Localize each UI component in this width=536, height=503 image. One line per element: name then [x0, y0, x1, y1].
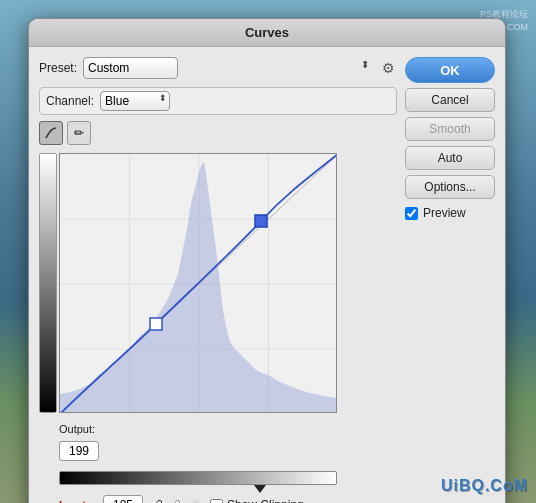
svg-rect-7: [150, 318, 162, 330]
curves-dialog: Curves Preset: Custom Default Strong Con…: [28, 18, 506, 503]
svg-rect-8: [255, 215, 267, 227]
output-label: Output:: [59, 423, 95, 435]
preset-row: Preset: Custom Default Strong Contrast L…: [39, 57, 397, 79]
input-label: Input:: [59, 499, 97, 503]
curve-tools: ✏: [39, 121, 397, 145]
preset-label: Preset:: [39, 61, 77, 75]
preview-label: Preview: [423, 206, 466, 220]
gradient-bottom-wrapper: [59, 471, 337, 485]
curve-area: [39, 153, 397, 413]
preset-select-wrapper: Custom Default Strong Contrast Lighter D…: [83, 57, 373, 79]
channel-select-wrapper: RGB Red Green Blue: [100, 91, 170, 111]
pencil-tool[interactable]: ✏: [67, 121, 91, 145]
channel-label: Channel:: [46, 94, 94, 108]
preview-checkbox[interactable]: [405, 207, 418, 220]
dialog-title: Curves: [29, 19, 505, 47]
gray-eyedropper-icon[interactable]: 🖊: [167, 497, 182, 504]
ok-button[interactable]: OK: [405, 57, 495, 83]
output-input[interactable]: [59, 441, 99, 461]
watermark-bottom: UiBQ.CoM: [441, 477, 528, 495]
curve-canvas[interactable]: [59, 153, 337, 413]
preset-select[interactable]: Custom Default Strong Contrast Lighter D…: [83, 57, 178, 79]
curve-tool-active[interactable]: [39, 121, 63, 145]
preset-options-icon[interactable]: ⚙: [379, 59, 397, 77]
input-input[interactable]: [103, 495, 143, 503]
show-clipping-checkbox[interactable]: [210, 499, 223, 504]
preview-row: Preview: [405, 206, 495, 220]
show-clipping-row: Show Clipping: [210, 498, 304, 503]
channel-select[interactable]: RGB Red Green Blue: [100, 91, 170, 111]
white-eyedropper-icon[interactable]: 🖊: [185, 497, 200, 504]
show-clipping-label: Show Clipping: [227, 498, 304, 503]
left-panel: Preset: Custom Default Strong Contrast L…: [39, 57, 397, 503]
cancel-button[interactable]: Cancel: [405, 88, 495, 112]
auto-button[interactable]: Auto: [405, 146, 495, 170]
output-row: Output:: [39, 423, 397, 435]
options-button[interactable]: Options...: [405, 175, 495, 199]
input-controls-row: Input: 🖊 🖊 🖊 Show Clipping: [59, 495, 397, 503]
input-gradient-area: Input: 🖊 🖊 🖊 Show Clipping: [59, 471, 397, 503]
channel-row: Channel: RGB Red Green Blue: [39, 87, 397, 115]
black-eyedropper-icon[interactable]: 🖊: [149, 497, 164, 504]
input-triangle: [254, 485, 266, 493]
input-gradient-bar: [59, 471, 337, 485]
output-gradient-strip: [39, 153, 57, 413]
smooth-button[interactable]: Smooth: [405, 117, 495, 141]
right-panel: OK Cancel Smooth Auto Options... Preview: [405, 57, 495, 503]
eyedropper-icons: 🖊 🖊 🖊: [149, 497, 200, 504]
output-value-row: [59, 441, 397, 461]
